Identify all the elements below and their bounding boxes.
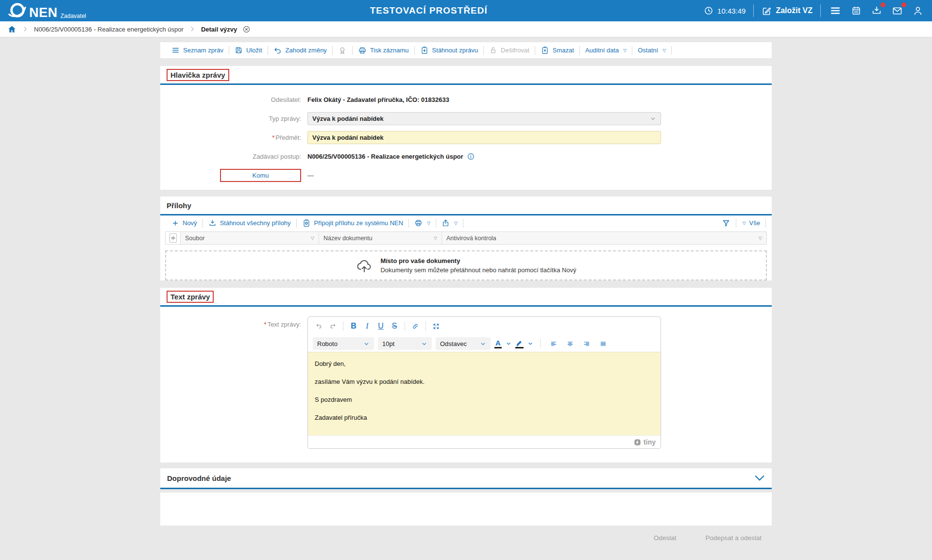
message-list-button[interactable]: Seznam zpráv [166,46,229,54]
downloads-button[interactable] [870,4,883,17]
italic-button[interactable]: I [361,320,373,332]
download-message-button[interactable]: Stáhnout zprávu [415,46,484,55]
filter-all-label: Vše [749,219,760,227]
filter-triangle-icon[interactable]: ▽ [434,236,437,241]
delete-label: Smazat [553,47,574,54]
editor-toolbar-row1: B I U S [308,317,661,335]
procedure-value: N006/25/V00005136 - Realizace energetick… [307,153,463,160]
message-text-section: Text zprávy *Text zprávy: [160,288,772,462]
brand[interactable]: NEN Zadavatel [8,1,86,20]
recipient-value: — [307,172,772,179]
underline-button[interactable]: U [374,320,387,332]
align-right-button[interactable] [580,337,593,350]
attach-from-nen-button[interactable]: Připojit přílohu ze systému NEN [297,219,409,228]
column-header-nazev[interactable]: Název dokumentu ▽ [319,232,441,244]
section-title-message-header: Hlavička zprávy [167,69,229,81]
column-settings-button[interactable] [169,233,177,243]
save-button[interactable]: Uložit [229,46,268,54]
recipient-button[interactable]: Komu [220,169,301,182]
column-header-antivir[interactable]: Antivirová kontrola ▽ [441,232,766,244]
save-icon [235,46,243,54]
bold-button[interactable]: B [347,320,360,332]
document-delete-icon [541,46,549,55]
notification-badge [881,2,885,7]
attach-from-nen-label: Připojit přílohu ze systému NEN [314,219,404,227]
font-size-select[interactable]: 10pt [378,337,432,350]
block-format-select[interactable]: Odstavec [436,337,491,350]
other-actions-button[interactable]: Ostatní ▽ [632,47,671,54]
align-center-button[interactable] [564,337,576,350]
filter-triangle-icon[interactable]: ▽ [759,236,762,241]
record-toolbar: Seznam zpráv Uložit Zah [160,42,772,58]
info-icon[interactable] [467,152,475,161]
message-paragraph: zasíláme Vám výzvu k podání nabídek. [315,378,654,385]
nen-logo-icon [8,1,26,20]
divider [425,321,426,331]
brand-role: Zadavatel [61,13,86,19]
home-button[interactable] [7,25,17,34]
undo-button[interactable] [313,320,325,332]
subject-value: Výzva k podání nabídek [312,134,384,141]
calendar-button[interactable] [850,4,863,17]
align-left-button[interactable] [547,337,560,350]
filter-button[interactable] [716,219,736,228]
discard-changes-button[interactable]: Zahodit změny [268,46,332,55]
sign-button[interactable] [333,46,352,55]
attachments-section: Přílohy Nový Stáhnout vš [160,197,772,280]
audit-data-button[interactable]: Auditní data ▽ [580,47,632,54]
mail-button[interactable] [891,4,904,17]
breadcrumb-procedure[interactable]: N006/25/V00005136 - Realizace energetick… [34,26,184,33]
discard-icon [273,46,282,55]
subject-input[interactable]: Výzva k podání nabídek [307,131,661,144]
print-attachments-button[interactable]: ▽ [409,219,436,227]
section-title-message-text: Text zprávy [167,291,214,303]
download-all-attachments-button[interactable]: Stáhnout všechny přílohy [203,219,296,227]
dropzone-title: Místo pro vaše dokumenty [380,257,576,264]
delete-button[interactable]: Smazat [535,46,579,55]
close-tab-button[interactable] [242,25,251,33]
divider [753,4,754,17]
highlight-color-chevron[interactable] [527,341,533,346]
print-record-button[interactable]: Tisk záznamu [353,46,414,55]
text-color-button[interactable]: A [494,339,502,348]
send-button[interactable]: Odeslat [651,534,679,542]
redo-button[interactable] [326,320,339,332]
create-vz-button[interactable]: Založit VZ [762,6,813,16]
print-icon [358,46,367,55]
rich-text-editor: B I U S [307,316,661,449]
strikethrough-button[interactable]: S [388,320,401,332]
export-attachments-button[interactable]: ▽ [436,219,463,227]
link-button[interactable] [409,320,422,332]
message-type-row: Typ zprávy: Výzva k podání nabídek [160,112,772,125]
align-justify-button[interactable] [597,337,610,350]
column-header-soubor[interactable]: Soubor ▽ [180,232,319,244]
top-header: NEN Zadavatel TESTOVACÍ PROSTŘEDÍ 10:43:… [0,0,932,21]
triangle-down-icon: ▽ [454,221,458,226]
share-icon [441,219,450,227]
collapse-chevron-icon[interactable] [754,475,765,482]
text-color-chevron[interactable] [506,341,511,346]
new-attachment-button[interactable]: Nový [166,219,203,227]
decrypt-button[interactable]: Dešifrovat [484,46,535,54]
attachments-dropzone[interactable]: Místo pro vaše dokumenty Dokumenty sem m… [165,250,767,280]
document-attach-icon [302,219,311,228]
sign-and-send-button[interactable]: Podepsat a odeslat [702,534,764,542]
divider [343,321,343,331]
menu-button[interactable] [829,4,842,17]
filter-all-button[interactable]: ▽ Vše [736,219,765,227]
chevron-right-icon [189,26,196,33]
editor-content[interactable]: Dobrý den, zasíláme Vám výzvu k podání n… [308,352,661,435]
highlight-color-button[interactable] [515,339,524,348]
fullscreen-button[interactable] [430,320,442,332]
divider [765,219,766,228]
download-message-label: Stáhnout zprávu [432,47,478,54]
user-button[interactable] [912,4,924,17]
sender-label: Odesílatel: [160,96,301,103]
page: NEN Zadavatel TESTOVACÍ PROSTŘEDÍ 10:43:… [0,0,932,560]
message-type-select[interactable]: Výzva k podání nabídek [307,112,661,125]
create-vz-label: Založit VZ [776,6,813,15]
save-label: Uložit [246,47,262,54]
filter-triangle-icon[interactable]: ▽ [311,236,314,241]
font-family-select[interactable]: Roboto [313,337,374,350]
clock-icon [704,6,713,16]
